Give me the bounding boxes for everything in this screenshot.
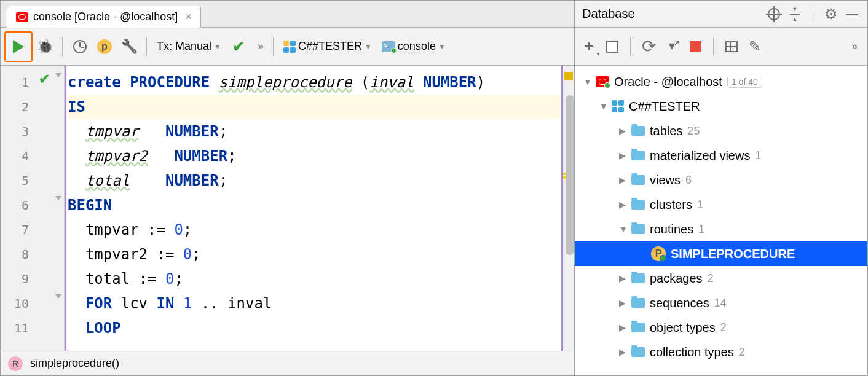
close-tab-icon[interactable]: × [185, 10, 192, 23]
editor-tab-bar: console [Oracle - @localhost] × [1, 1, 574, 28]
more-tx-button[interactable]: » [251, 34, 268, 59]
tree-label: collection types [650, 345, 734, 359]
tree-folder[interactable]: ▶materialized views1 [575, 143, 867, 168]
fold-handle[interactable] [55, 294, 63, 303]
routine-badge-icon: R [8, 356, 23, 371]
plus-icon [584, 37, 593, 56]
schema-selector[interactable]: C##TESTER ▼ [278, 40, 377, 53]
run-button[interactable] [4, 31, 33, 62]
tx-mode-selector[interactable]: Tx: Manual ▼ [152, 40, 226, 53]
tree-count-tag: 1 of 40 [727, 76, 762, 88]
tree-datasource[interactable]: ▼ Oracle - @localhost 1 of 40 [575, 69, 867, 94]
console-icon [382, 41, 395, 52]
line-number: 2 [1, 95, 29, 119]
code-line[interactable]: LOOP [68, 316, 560, 340]
tree-folder[interactable]: ▶views6 [575, 168, 867, 192]
console-selector[interactable]: console ▼ [377, 40, 451, 53]
bug-icon [37, 39, 53, 55]
wrench-icon [121, 39, 138, 55]
tree-folder[interactable]: ▶sequences14 [575, 291, 867, 315]
warning-marker[interactable] [564, 72, 573, 80]
code-line[interactable]: IS [68, 95, 560, 119]
history-button[interactable] [68, 34, 92, 59]
line-number: 5 [1, 168, 29, 193]
database-tree[interactable]: ▼ Oracle - @localhost 1 of 40 ▼ C##TESTE… [575, 66, 867, 375]
tree-folder[interactable]: ▼routines1 [575, 217, 867, 241]
line-number: 3 [1, 119, 29, 144]
minus-icon [846, 7, 858, 21]
folder-icon [631, 298, 645, 308]
collapse-all-button[interactable] [787, 6, 803, 22]
oracle-icon [16, 12, 28, 22]
tree-folder[interactable]: ▶clusters1 [575, 192, 867, 217]
code-line[interactable]: tmpvar := 0; [68, 217, 560, 242]
refresh-button[interactable] [638, 36, 659, 57]
twisty-open-icon[interactable]: ▼ [583, 77, 591, 87]
tree-routine-selected[interactable]: PSIMPLEPROCEDURE [575, 241, 867, 266]
editor-marker-strip[interactable] [563, 66, 574, 351]
jump-to-source-button[interactable] [661, 36, 682, 57]
folder-icon [631, 175, 645, 185]
editor-gutter: 1234567891011 ✔ [1, 66, 65, 351]
data-editor-button[interactable] [721, 36, 742, 57]
code-line[interactable]: tmpvar NUMBER; [68, 119, 560, 144]
stop-button[interactable] [685, 36, 706, 57]
editor-toolbar: p Tx: Manual ▼ ✔ » C##TESTER ▼ console ▼ [1, 28, 574, 66]
more-button[interactable]: » [843, 36, 864, 57]
code-line[interactable]: BEGIN [68, 193, 560, 217]
tree-folder[interactable]: ▶object types2 [575, 315, 867, 340]
folder-icon [631, 224, 645, 234]
twisty-closed-icon[interactable]: ▶ [619, 151, 626, 160]
tree-folder[interactable]: ▶packages2 [575, 266, 867, 291]
settings-wrench[interactable] [117, 34, 141, 59]
code-line[interactable]: tmpvar2 NUMBER; [68, 144, 560, 168]
oracle-icon [596, 76, 609, 87]
panel-settings-button[interactable] [823, 6, 839, 22]
copy-icon [606, 41, 618, 53]
twisty-closed-icon[interactable]: ▶ [619, 200, 626, 210]
new-datasource-button[interactable] [578, 36, 599, 57]
code-line[interactable]: create PROCEDURE simpleprocedure (inval … [68, 70, 560, 95]
twisty-open-icon[interactable]: ▼ [619, 224, 626, 234]
twisty-closed-icon[interactable]: ▶ [619, 347, 626, 357]
twisty-closed-icon[interactable]: ▶ [619, 273, 626, 283]
twisty-closed-icon[interactable]: ▶ [619, 298, 626, 308]
twisty-closed-icon[interactable]: ▶ [619, 175, 626, 185]
folder-icon [631, 347, 645, 357]
duplicate-button[interactable] [602, 36, 623, 57]
code-line[interactable]: total := 0; [68, 267, 560, 291]
code-line[interactable]: FOR lcv IN 1 .. inval [68, 291, 560, 316]
code-line[interactable]: total NUMBER; [68, 168, 560, 193]
hide-panel-button[interactable] [844, 6, 860, 22]
twisty-closed-icon[interactable]: ▶ [619, 323, 626, 332]
tree-folder[interactable]: ▶tables25 [575, 119, 867, 143]
folder-icon [631, 323, 645, 332]
tree-label: clusters [650, 198, 692, 212]
code-editor[interactable]: 1234567891011 ✔ create PROCEDURE simplep… [1, 66, 574, 351]
fold-handle[interactable] [55, 73, 63, 82]
folder-icon [631, 273, 645, 283]
refresh-icon [642, 36, 656, 57]
fold-handle[interactable] [55, 196, 63, 205]
gear-icon [824, 6, 838, 23]
twisty-closed-icon[interactable]: ▶ [619, 126, 626, 136]
scroll-from-source-button[interactable] [766, 6, 782, 22]
tree-folder[interactable]: ▶collection types2 [575, 340, 867, 364]
target-icon [768, 8, 780, 20]
code-line[interactable]: tmpvar2 := 0; [68, 242, 560, 267]
edit-source-button[interactable] [744, 36, 765, 57]
tree-schema[interactable]: ▼ C##TESTER [575, 94, 867, 119]
table-icon [725, 41, 738, 52]
explain-button[interactable]: p [92, 34, 117, 59]
tree-count: 1 [755, 149, 761, 162]
editor-status-bar: R simpleprocedure() [1, 351, 574, 375]
commit-button[interactable]: ✔ [226, 34, 251, 59]
debug-button[interactable] [33, 34, 57, 59]
chevron-down-icon: ▼ [365, 42, 372, 51]
scrollbar-thumb[interactable] [566, 95, 574, 255]
twisty-open-icon[interactable]: ▼ [599, 101, 607, 111]
tree-label: sequences [650, 296, 709, 310]
folder-icon [631, 151, 645, 160]
editor-tab[interactable]: console [Oracle - @localhost] × [7, 6, 201, 28]
tree-label: Oracle - @localhost [614, 75, 722, 89]
